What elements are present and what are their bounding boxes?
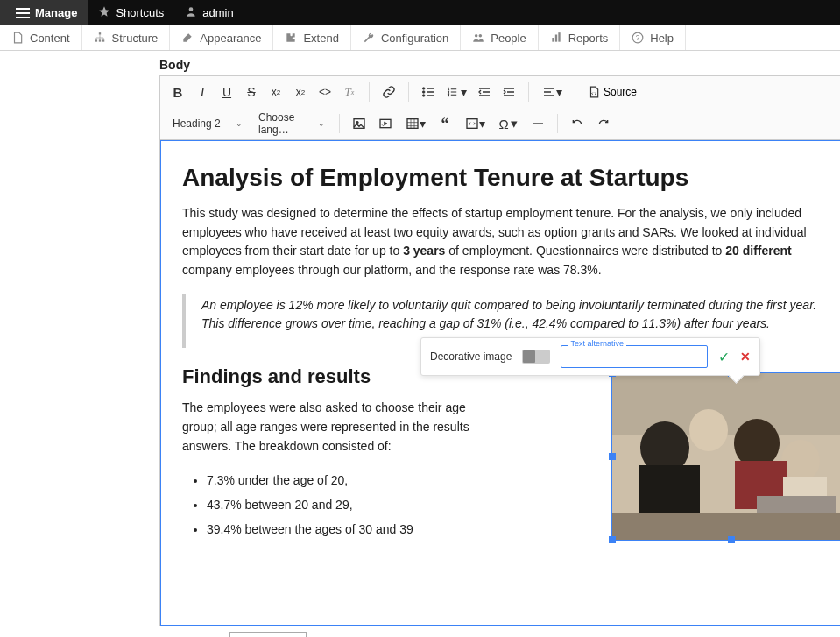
resize-handle-mid-left[interactable] xyxy=(609,453,616,460)
hamburger-icon xyxy=(16,8,30,18)
source-label: Source xyxy=(604,86,637,98)
tab-reports[interactable]: Reports xyxy=(539,25,621,50)
source-button[interactable]: Source xyxy=(582,80,642,104)
media-button[interactable] xyxy=(373,111,398,136)
svg-rect-33 xyxy=(612,513,840,540)
tab-people[interactable]: People xyxy=(461,25,538,50)
underline-button[interactable]: U xyxy=(215,80,239,104)
blockquote-button[interactable]: “ xyxy=(433,111,457,136)
text-format-select[interactable]: Basic HTML xyxy=(229,632,307,637)
tab-extend[interactable]: Extend xyxy=(273,25,350,50)
superscript-button[interactable]: x2 xyxy=(264,80,288,104)
italic-button[interactable]: I xyxy=(190,80,215,104)
svg-rect-29 xyxy=(639,465,700,518)
tab-appearance-label: Appearance xyxy=(200,32,261,45)
tab-content[interactable]: Content xyxy=(0,25,82,50)
image-button[interactable] xyxy=(347,111,371,136)
file-icon xyxy=(11,32,24,44)
svg-rect-7 xyxy=(552,38,554,42)
outdent-button[interactable] xyxy=(472,80,497,104)
shortcuts-link[interactable]: Shortcuts xyxy=(88,0,174,25)
editor-content-area[interactable]: Analysis of Employment Tenure at Startup… xyxy=(159,140,840,626)
manage-label: Manage xyxy=(35,6,77,19)
image-placeholder xyxy=(612,373,840,540)
bar-chart-icon xyxy=(550,32,562,44)
selected-image[interactable] xyxy=(611,372,840,541)
svg-point-0 xyxy=(189,7,194,11)
table-button[interactable]: ▾ xyxy=(399,111,431,136)
codeblock-button[interactable]: ▾ xyxy=(459,111,491,136)
user-menu[interactable]: admin xyxy=(174,0,244,25)
redo-button[interactable] xyxy=(591,111,616,136)
puzzle-icon xyxy=(285,32,297,44)
language-dropdown[interactable]: Choose lang…⌄ xyxy=(251,111,332,136)
code-button[interactable]: <> xyxy=(313,80,337,104)
editor-toolbar: B I U S x2 x2 <> Tx 123▾ ▾ Source xyxy=(159,75,840,140)
tab-appearance[interactable]: Appearance xyxy=(170,25,273,50)
list-item: 43.7% between 20 and 29, xyxy=(207,492,471,517)
remove-format-button[interactable]: Tx xyxy=(337,80,362,104)
tab-help[interactable]: ? Help xyxy=(620,25,686,50)
bulleted-list-button[interactable] xyxy=(416,80,441,104)
blockquote-text: An employee is 12% more likely to volunt… xyxy=(201,296,817,334)
content-paragraph-2: The employees were also asked to choose … xyxy=(182,399,471,456)
svg-rect-9 xyxy=(558,32,560,42)
svg-text:?: ? xyxy=(636,34,640,42)
svg-rect-1 xyxy=(98,32,100,34)
heading-dropdown[interactable]: Heading 2⌄ xyxy=(166,111,250,136)
svg-point-13 xyxy=(422,91,425,94)
hierarchy-icon xyxy=(94,32,106,44)
svg-rect-3 xyxy=(98,39,100,41)
special-char-button[interactable]: Ω▾ xyxy=(492,111,524,136)
tab-structure-label: Structure xyxy=(112,32,159,45)
numbered-list-button[interactable]: 123▾ xyxy=(441,80,472,104)
horizontal-line-button[interactable] xyxy=(526,111,550,136)
svg-point-26 xyxy=(689,409,728,451)
bold-button[interactable]: B xyxy=(166,80,190,104)
svg-rect-2 xyxy=(95,39,96,41)
resize-handle-bottom-left[interactable] xyxy=(609,536,616,543)
subscript-button[interactable]: x2 xyxy=(288,80,313,104)
wrench-icon xyxy=(363,32,375,44)
link-button[interactable] xyxy=(377,80,401,104)
tab-structure[interactable]: Structure xyxy=(82,25,171,50)
svg-rect-4 xyxy=(102,39,103,41)
strikethrough-button[interactable]: S xyxy=(239,80,264,104)
svg-rect-22 xyxy=(467,119,477,129)
image-alt-balloon: Decorative image Text alternative ✓ ✕ xyxy=(420,337,760,376)
content-paragraph-1: This study was designed to determine the… xyxy=(182,204,833,280)
list-item: 7.3% under the age of 20, xyxy=(207,468,471,492)
tab-people-label: People xyxy=(491,32,526,45)
confirm-button[interactable]: ✓ xyxy=(718,349,730,365)
resize-handle-bottom-mid[interactable] xyxy=(728,536,735,543)
undo-button[interactable] xyxy=(565,111,589,136)
text-alternative-legend: Text alternative xyxy=(568,339,626,348)
decorative-toggle[interactable] xyxy=(522,350,550,364)
svg-rect-8 xyxy=(555,35,557,42)
shortcuts-label: Shortcuts xyxy=(116,6,164,19)
tab-configuration[interactable]: Configuration xyxy=(351,25,461,50)
content-list: 7.3% under the age of 20, 43.7% between … xyxy=(182,468,471,541)
heading-label: Heading 2 xyxy=(173,117,221,130)
indent-button[interactable] xyxy=(497,80,521,104)
tab-content-label: Content xyxy=(30,32,70,45)
text-alternative-field-wrap: Text alternative xyxy=(561,345,708,368)
body-field-label: Body xyxy=(159,56,840,75)
svg-text:3: 3 xyxy=(448,94,449,97)
tab-configuration-label: Configuration xyxy=(381,32,448,45)
cancel-button[interactable]: ✕ xyxy=(740,350,751,364)
manage-menu-toggle[interactable]: Manage xyxy=(0,0,88,25)
tab-extend-label: Extend xyxy=(303,32,338,45)
list-item: 39.4% between the ages of 30 and 39 xyxy=(207,517,471,541)
text-alternative-input[interactable] xyxy=(561,345,708,368)
svg-point-6 xyxy=(479,34,483,38)
content-heading: Analysis of Employment Tenure at Startup… xyxy=(182,164,833,192)
svg-point-14 xyxy=(422,95,425,97)
source-icon xyxy=(588,86,600,98)
admin-tabs: Content Structure Appearance Extend Conf… xyxy=(0,25,840,51)
language-label: Choose lang… xyxy=(258,111,314,136)
user-icon xyxy=(185,5,197,20)
user-label: admin xyxy=(202,6,233,19)
svg-point-27 xyxy=(734,419,780,468)
alignment-button[interactable]: ▾ xyxy=(536,80,568,104)
